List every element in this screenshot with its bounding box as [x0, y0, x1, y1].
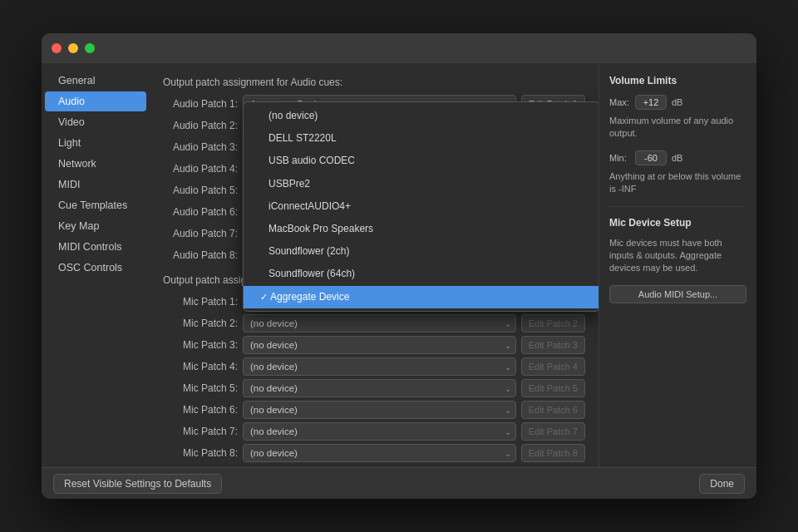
patch-select[interactable]: (no device) [243, 444, 516, 462]
patch-label: Audio Patch 7: [163, 228, 238, 239]
patch-row: Mic Patch 5:(no device)⌄Edit Patch 5 [163, 379, 585, 397]
patch-label: Mic Patch 8: [163, 447, 238, 459]
patch-label: Audio Patch 1: [163, 98, 238, 110]
dropdown-option[interactable]: Soundflower (64ch) [244, 263, 598, 285]
dropdown-option[interactable]: (no device) [244, 105, 598, 127]
patch-row: Mic Patch 8:(no device)⌄Edit Patch 8 [163, 444, 585, 462]
max-label: Max: [609, 97, 630, 107]
sidebar-item-general[interactable]: General [45, 71, 146, 91]
sidebar-item-video[interactable]: Video [45, 112, 146, 132]
audio-midi-setup-button[interactable]: Audio MIDI Setup... [609, 285, 746, 303]
patch-label: Mic Patch 3: [163, 339, 238, 351]
max-unit: dB [672, 97, 682, 107]
maximize-button[interactable] [85, 43, 95, 53]
max-value[interactable]: +12 [635, 95, 667, 110]
patch-row: Mic Patch 2:(no device)⌄Edit Patch 2 [163, 314, 585, 332]
patch-row: Mic Patch 6:(no device)⌄Edit Patch 6 [163, 401, 585, 419]
close-button[interactable] [52, 43, 62, 53]
mic-device-setup-title: Mic Device Setup [609, 217, 746, 229]
min-volume-row: Min: -60 dB [609, 150, 746, 165]
edit-patch-button: Edit Patch 6 [521, 401, 585, 419]
patch-select-wrapper: (no device)⌄ [243, 401, 516, 419]
edit-patch-button: Edit Patch 7 [521, 422, 585, 441]
edit-patch-button: Edit Patch 3 [521, 336, 585, 354]
patches-wrapper: Output patch assignment for Audio cues: … [163, 76, 585, 462]
patch-select[interactable]: (no device) [243, 422, 516, 441]
min-value[interactable]: -60 [635, 150, 667, 165]
sidebar-item-light[interactable]: Light [45, 133, 146, 153]
dropdown-option[interactable]: Soundflower (2ch) [244, 240, 598, 263]
min-desc: Anything at or below this volume is -INF [609, 170, 746, 196]
dropdown-option[interactable]: iConnectAUDIO4+ [244, 195, 598, 218]
patch-row: Mic Patch 4:(no device)⌄Edit Patch 4 [163, 357, 585, 376]
sidebar-item-midi-controls[interactable]: MIDI Controls [45, 237, 146, 257]
patch-select[interactable]: (no device) [243, 314, 516, 332]
preferences-window: GeneralAudioVideoLightNetworkMIDICue Tem… [42, 33, 756, 499]
divider [609, 206, 746, 207]
dropdown-option[interactable]: Aggregate Device [244, 286, 598, 308]
patch-select-wrapper: (no device)⌄ [243, 336, 516, 354]
sidebar-item-network[interactable]: Network [45, 154, 146, 174]
sidebar-item-audio[interactable]: Audio [45, 91, 146, 111]
edit-patch-button: Edit Patch 4 [521, 357, 585, 376]
sidebar-item-midi[interactable]: MIDI [45, 175, 146, 195]
patch-label: Audio Patch 5: [163, 185, 238, 196]
patch-select-wrapper: (no device)⌄ [243, 379, 516, 397]
patch-row: Mic Patch 3:(no device)⌄Edit Patch 3 [163, 336, 585, 354]
patch-label: Audio Patch 8: [163, 249, 238, 261]
patch-select-wrapper: (no device)⌄ [243, 357, 516, 376]
patch-label: Mic Patch 1: [163, 296, 238, 308]
patch-select[interactable]: (no device) [243, 336, 516, 354]
mic-patches-container: Mic Patch 1:(no device)⌄Edit Patch 1Mic … [163, 293, 585, 462]
titlebar [42, 33, 756, 63]
edit-patch-button: Edit Patch 2 [521, 314, 585, 332]
patch-label: Audio Patch 2: [163, 120, 238, 131]
audio-section-title: Output patch assignment for Audio cues: [163, 76, 585, 88]
sidebar-item-cue-templates[interactable]: Cue Templates [45, 195, 146, 215]
main-area: Output patch assignment for Audio cues: … [150, 63, 598, 467]
edit-patch-button: Edit Patch 8 [521, 444, 585, 462]
volume-limits-title: Volume Limits [609, 75, 746, 86]
device-dropdown[interactable]: (no device)DELL ST2220LUSB audio CODECUS… [243, 101, 598, 312]
patch-row: Mic Patch 7:(no device)⌄Edit Patch 7 [163, 422, 585, 441]
sidebar-item-osc-controls[interactable]: OSC Controls [45, 258, 146, 278]
reset-button[interactable]: Reset Visible Settings to Defaults [53, 474, 222, 494]
dropdown-option[interactable]: DELL ST2220L [244, 127, 598, 150]
patch-label: Audio Patch 3: [163, 141, 238, 153]
mic-device-desc: Mic devices must have both inputs & outp… [609, 237, 746, 275]
footer: Reset Visible Settings to Defaults Done [42, 467, 756, 499]
patch-label: Audio Patch 4: [163, 163, 238, 175]
minimize-button[interactable] [68, 43, 78, 53]
patch-select[interactable]: (no device) [243, 357, 516, 376]
patch-select-wrapper: (no device)⌄ [243, 314, 516, 332]
sidebar: GeneralAudioVideoLightNetworkMIDICue Tem… [42, 63, 150, 467]
right-panel: Volume Limits Max: +12 dB Maximum volume… [598, 63, 756, 467]
patch-select[interactable]: (no device) [243, 379, 516, 397]
patch-select[interactable]: (no device) [243, 401, 516, 419]
patch-label: Audio Patch 6: [163, 206, 238, 218]
patch-select-wrapper: (no device)⌄ [243, 422, 516, 441]
sidebar-item-key-map[interactable]: Key Map [45, 216, 146, 236]
max-volume-row: Max: +12 dB [609, 95, 746, 110]
min-unit: dB [672, 153, 682, 163]
done-button[interactable]: Done [699, 474, 745, 494]
edit-patch-button: Edit Patch 5 [521, 379, 585, 397]
patch-label: Mic Patch 2: [163, 318, 238, 329]
patch-label: Mic Patch 6: [163, 404, 238, 416]
patch-select-wrapper: (no device)⌄ [243, 444, 516, 462]
min-label: Min: [609, 153, 630, 163]
max-desc: Maximum volume of any audio output. [609, 115, 746, 140]
content-area: GeneralAudioVideoLightNetworkMIDICue Tem… [42, 63, 756, 467]
dropdown-option[interactable]: MacBook Pro Speakers [244, 218, 598, 240]
dropdown-option[interactable]: USB audio CODEC [244, 150, 598, 172]
patch-label: Mic Patch 7: [163, 426, 238, 437]
patch-label: Mic Patch 5: [163, 382, 238, 394]
dropdown-option[interactable]: USBPre2 [244, 173, 598, 195]
patch-label: Mic Patch 4: [163, 361, 238, 372]
